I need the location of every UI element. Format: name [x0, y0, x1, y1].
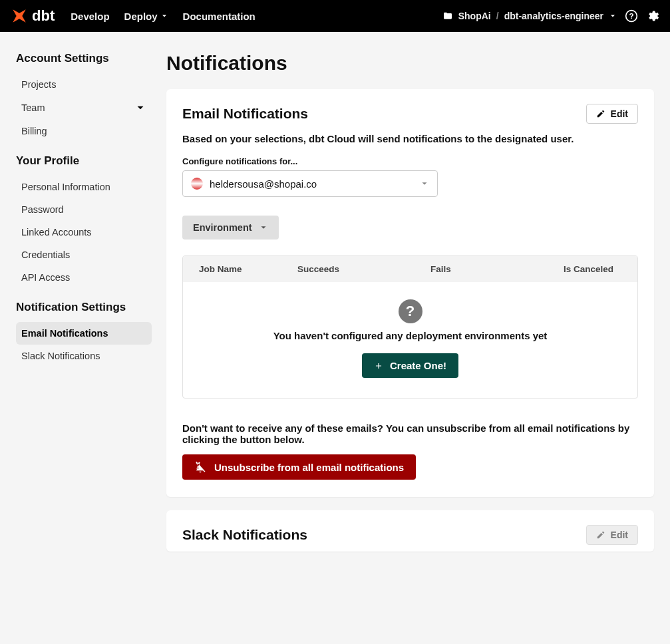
help-icon: ? [625, 9, 638, 23]
sidebar-item-projects[interactable]: Projects [16, 73, 152, 96]
chevron-down-icon [134, 102, 146, 114]
sidebar-item-personal[interactable]: Personal Information [16, 176, 152, 198]
chevron-down-icon [420, 179, 429, 188]
dbt-logo-icon [11, 7, 28, 25]
breadcrumb[interactable]: ShopAi / dbt-analytics-engineer [442, 11, 617, 21]
sidebar-item-email-notifications[interactable]: Email Notifications [16, 322, 152, 345]
sidebar-item-billing[interactable]: Billing [16, 120, 152, 142]
edit-label: Edit [611, 530, 628, 540]
help-button[interactable]: ? [625, 9, 638, 23]
table-empty-state: ? You haven't configured any deployment … [183, 282, 637, 398]
edit-email-button[interactable]: Edit [586, 104, 638, 124]
nav-deploy[interactable]: Deploy [124, 11, 168, 22]
breadcrumb-account: ShopAi [458, 11, 491, 21]
unsubscribe-label: Unsubscribe from all email notifications [214, 462, 404, 473]
slack-notifications-card: Slack Notifications Edit [166, 510, 654, 552]
topbar-right: ShopAi / dbt-analytics-engineer ? [442, 9, 659, 23]
plus-icon [374, 361, 383, 371]
main-content: Notifications Email Notifications Edit B… [160, 32, 670, 591]
email-notifications-card: Email Notifications Edit Based on your s… [166, 89, 654, 497]
sidebar-item-team[interactable]: Team [16, 96, 152, 120]
sidebar-heading-profile: Your Profile [16, 154, 152, 168]
th-succeeds: Succeeds [297, 264, 430, 274]
table-header: Job Name Succeeds Fails Is Canceled [183, 256, 637, 282]
sidebar-item-api[interactable]: API Access [16, 266, 152, 289]
th-canceled: Is Canceled [564, 264, 621, 274]
sidebar-item-linked[interactable]: Linked Accounts [16, 221, 152, 243]
bell-slash-icon [194, 461, 206, 473]
brand-text: dbt [32, 7, 55, 25]
sidebar-heading-account: Account Settings [16, 52, 152, 65]
slack-card-title: Slack Notifications [182, 527, 307, 543]
question-circle-icon: ? [399, 299, 422, 323]
unsubscribe-button[interactable]: Unsubscribe from all email notifications [182, 454, 416, 480]
email-card-description: Based on your selections, dbt Cloud will… [182, 133, 638, 144]
edit-slack-button: Edit [586, 525, 638, 545]
edit-label: Edit [611, 108, 628, 119]
create-label: Create One! [390, 360, 446, 371]
pencil-icon [596, 109, 605, 118]
sidebar-item-password[interactable]: Password [16, 198, 152, 221]
env-label: Environment [193, 222, 252, 233]
topbar: dbt Develop Deploy Documentation ShopAi … [0, 0, 670, 32]
nav-develop[interactable]: Develop [71, 11, 109, 22]
email-card-title: Email Notifications [182, 106, 308, 122]
nav-links: Develop Deploy Documentation [71, 11, 255, 22]
page-layout: Account Settings Projects Team Billing Y… [0, 32, 670, 591]
empty-message: You haven't configured any deployment en… [273, 330, 548, 341]
svg-text:?: ? [629, 11, 633, 20]
sidebar-item-slack-notifications[interactable]: Slack Notifications [16, 345, 152, 367]
th-fails: Fails [430, 264, 564, 274]
configure-label: Configure notifications for... [182, 156, 638, 166]
nav-documentation[interactable]: Documentation [183, 11, 255, 22]
page-title: Notifications [166, 52, 654, 75]
card-header: Email Notifications Edit [182, 104, 638, 124]
chevron-down-icon [259, 223, 268, 232]
pencil-icon [596, 530, 605, 540]
chevron-down-icon [609, 12, 617, 20]
environment-dropdown[interactable]: Environment [182, 216, 279, 240]
jobs-table: Job Name Succeeds Fails Is Canceled ? Yo… [182, 255, 638, 399]
user-select[interactable]: heldersousa@shopai.co [182, 170, 438, 197]
avatar-icon [191, 178, 203, 190]
gear-icon [646, 9, 659, 23]
breadcrumb-project: dbt-analytics-engineer [504, 11, 603, 21]
th-job-name: Job Name [199, 264, 297, 274]
logo[interactable]: dbt [11, 7, 55, 25]
sidebar: Account Settings Projects Team Billing Y… [0, 32, 160, 591]
breadcrumb-separator: / [496, 11, 499, 21]
sidebar-item-credentials[interactable]: Credentials [16, 243, 152, 266]
chevron-down-icon [160, 12, 168, 20]
card-header: Slack Notifications Edit [182, 525, 638, 545]
user-email: heldersousa@shopai.co [210, 178, 317, 190]
folder-icon [442, 11, 453, 21]
unsubscribe-text: Don't want to receive any of these email… [182, 422, 638, 445]
settings-button[interactable] [646, 9, 659, 23]
sidebar-heading-notifications: Notification Settings [16, 301, 152, 314]
create-environment-button[interactable]: Create One! [362, 353, 458, 378]
